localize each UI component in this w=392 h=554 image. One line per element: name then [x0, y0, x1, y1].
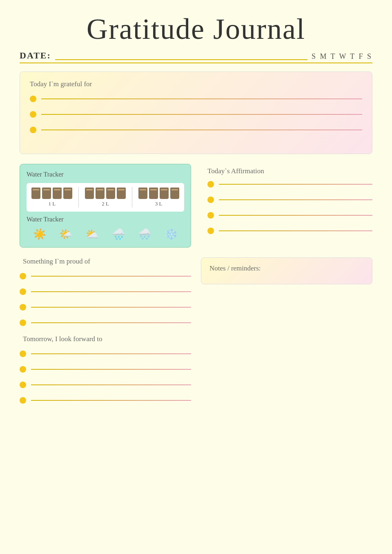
bullet-icon	[20, 366, 26, 373]
proud-section: Something I`m proud of	[20, 257, 191, 326]
bullet-icon	[20, 382, 26, 388]
cups-3l	[138, 188, 179, 199]
tomorrow-line-3	[20, 382, 191, 388]
affirmation-title: Today`s Affirmation	[207, 167, 372, 175]
bullet-icon	[30, 96, 36, 102]
cups-1l	[31, 188, 72, 199]
affirmation-line-3	[207, 212, 372, 219]
cup-label-2l: 2 L	[102, 201, 109, 207]
snow-icon[interactable]: 🌨️	[138, 228, 151, 241]
proud-underline-2[interactable]	[31, 291, 191, 292]
affirmation-underline-4[interactable]	[219, 230, 372, 231]
cup-group-1l: 1 L	[31, 188, 72, 207]
cup[interactable]	[96, 188, 105, 199]
cup[interactable]	[117, 188, 126, 199]
affirmation-line-2	[207, 197, 372, 203]
affirmation-section: Today`s Affirmation	[201, 164, 372, 248]
cup[interactable]	[31, 188, 40, 199]
cups-2l	[85, 188, 126, 199]
bullet-icon	[20, 319, 26, 326]
tomorrow-underline-3[interactable]	[31, 384, 191, 385]
water-tracker-title: Water Tracker	[27, 171, 184, 178]
weather-row: ☀️ 🌤️ ⛅ 🌧️ 🌨️ ❄️	[27, 228, 184, 241]
water-affirmation-row: Water Tracker 1 L	[20, 164, 372, 248]
proud-title: Something I`m proud of	[23, 257, 191, 266]
tomorrow-line-4	[20, 397, 191, 404]
proud-underline-3[interactable]	[31, 307, 191, 308]
date-row: DATE: S M T W T F S	[20, 50, 372, 63]
left-column: Something I`m proud of	[20, 257, 191, 413]
proud-line-2	[20, 288, 191, 295]
cup-label-3l: 3 L	[155, 201, 163, 207]
proud-line-4	[20, 319, 191, 326]
tomorrow-section: Tomorrow, I look forward to	[20, 335, 191, 404]
sun-icon[interactable]: ☀️	[33, 228, 46, 241]
proud-notes-row: Something I`m proud of	[20, 257, 372, 413]
bullet-icon	[207, 197, 214, 203]
date-underline[interactable]	[55, 59, 307, 60]
affirmation-underline-1[interactable]	[219, 184, 372, 185]
tomorrow-underline-4[interactable]	[31, 400, 191, 401]
bullet-icon	[30, 127, 36, 133]
bullet-icon	[207, 181, 214, 188]
cup[interactable]	[170, 188, 179, 199]
cloud-icon[interactable]: ⛅	[86, 228, 99, 241]
tomorrow-title: Tomorrow, I look forward to	[23, 335, 191, 343]
tomorrow-underline-2[interactable]	[31, 369, 191, 370]
bullet-icon	[20, 273, 26, 279]
water-cups-container: 1 L 2 L	[27, 183, 184, 212]
grateful-line-3	[30, 127, 362, 133]
tomorrow-underline-1[interactable]	[31, 353, 191, 354]
affirmation-line-1	[207, 181, 372, 188]
affirmation-line-4	[207, 228, 372, 234]
cup[interactable]	[63, 188, 72, 199]
cup-label-1l: 1 L	[48, 201, 56, 207]
grateful-section: Today I`m grateful for	[20, 71, 372, 154]
notes-section: Notes / reminders:	[201, 257, 372, 284]
cup-divider	[78, 187, 79, 208]
cup[interactable]	[85, 188, 94, 199]
page: Gratitude Journal DATE: S M T W T F S To…	[0, 0, 392, 554]
cup[interactable]	[42, 188, 51, 199]
cup-group-2l: 2 L	[85, 188, 126, 207]
cup[interactable]	[149, 188, 158, 199]
bullet-icon	[30, 111, 36, 118]
bullet-icon	[20, 351, 26, 357]
cup[interactable]	[106, 188, 115, 199]
cup[interactable]	[138, 188, 147, 199]
partly-cloudy-icon[interactable]: 🌤️	[59, 228, 72, 241]
bullet-icon	[20, 288, 26, 295]
affirmation-underline-3[interactable]	[219, 215, 372, 216]
grateful-underline-3[interactable]	[41, 130, 362, 130]
tomorrow-line-2	[20, 366, 191, 373]
bullet-icon	[20, 397, 26, 404]
proud-line-3	[20, 304, 191, 311]
cup[interactable]	[53, 188, 62, 199]
snowflake-icon[interactable]: ❄️	[165, 228, 178, 241]
page-title: Gratitude Journal	[20, 12, 372, 46]
grateful-line-1	[30, 96, 362, 102]
grateful-underline-2[interactable]	[41, 114, 362, 115]
bullet-icon	[20, 304, 26, 311]
proud-underline-1[interactable]	[31, 276, 191, 277]
bullet-icon	[207, 228, 214, 234]
tomorrow-line-1	[20, 351, 191, 357]
grateful-title: Today I`m grateful for	[30, 80, 362, 88]
date-label: DATE:	[20, 50, 51, 61]
notes-title: Notes / reminders:	[209, 264, 364, 273]
cup-divider	[132, 187, 133, 208]
affirmation-underline-2[interactable]	[219, 199, 372, 200]
proud-underline-4[interactable]	[31, 322, 191, 323]
water-tracker-box: Water Tracker 1 L	[20, 164, 191, 248]
bullet-icon	[207, 212, 214, 219]
water-tracker-title-2: Water Tracker	[27, 216, 184, 223]
grateful-underline-1[interactable]	[41, 98, 362, 99]
grateful-line-2	[30, 111, 362, 118]
days-of-week: S M T W T F S	[312, 52, 372, 61]
rainy-icon[interactable]: 🌧️	[112, 228, 125, 241]
proud-line-1	[20, 273, 191, 279]
cup-group-3l: 3 L	[138, 188, 179, 207]
cup[interactable]	[160, 188, 169, 199]
